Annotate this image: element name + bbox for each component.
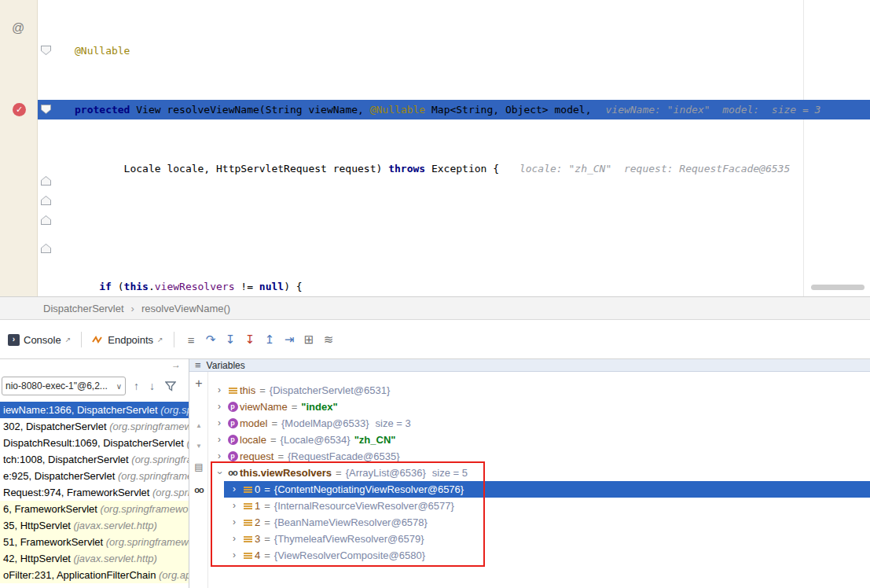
frame-down-icon[interactable]: ↓ [149,380,155,392]
chevron-right-icon[interactable]: › [213,382,226,399]
stack-frame-row[interactable]: 302, DispatcherServlet (org.springframew [0,418,189,435]
parameter-icon: p [226,435,240,445]
breadcrumb-item-method[interactable]: resolveViewName() [141,303,230,314]
menu-icon[interactable]: ≡ [182,333,201,347]
stack-frame-row[interactable]: Request:974, FrameworkServlet (org.sprin [0,484,189,501]
fold-end-marker-icon[interactable] [41,215,51,225]
frame-up-icon[interactable]: ↑ [134,380,139,392]
chevron-right-icon[interactable]: › [228,514,240,531]
mute-breakpoints-icon[interactable]: ≋ [319,333,339,347]
external-arrow-icon: ↗ [65,336,72,344]
variable-row[interactable]: ›1={InternalResourceViewResolver@6577} [208,498,870,514]
step-out-icon[interactable]: ↥ [260,333,280,347]
stack-frame-row[interactable]: oFilter:231, ApplicationFilterChain (org… [0,567,189,583]
breadcrumb-item-class[interactable]: DispatcherServlet [43,303,124,314]
variable-row[interactable]: ›3={ThymeleafViewResolver@6579} [208,531,870,547]
stack-frame-row[interactable]: DispatchResult:1069, DispatcherServlet (… [0,435,189,451]
add-watch-button[interactable]: + [189,377,208,391]
stack-frame-row[interactable]: 42, HttpServlet (javax.servlet.http) [0,550,189,567]
ide-debugger-window: @ ✓ @Nullable protected View resolveView… [0,0,870,588]
variable-row[interactable]: ›2={BeanNameViewResolver@6578} [208,514,870,531]
view-breakpoints-icon[interactable]: ⊞ [299,333,319,347]
variable-row[interactable]: ›4={ViewResolverComposite@6580} [208,547,870,564]
equals-sign: = [264,531,270,547]
thread-dropdown[interactable]: nio-8080-exec-1"@6,2... ∨ [2,377,126,395]
chevron-right-icon[interactable]: › [228,498,240,514]
variables-toolbar: + ▲ ▼ ▤ oo [189,372,208,588]
variable-value: {ModelMap@6533} [281,415,369,432]
parameter-icon: p [226,451,240,461]
fold-end-marker-icon[interactable] [41,244,51,253]
stack-frame-row[interactable]: 35, HttpServlet (javax.servlet.http) [0,517,189,534]
chevron-right-icon[interactable]: › [228,481,240,498]
run-to-cursor-icon[interactable]: ⇥ [280,333,299,347]
variables-panel-header[interactable]: ≡ Variables [189,358,870,372]
code-editor[interactable]: @ ✓ @Nullable protected View resolveView… [0,0,870,296]
stack-frame-row[interactable]: tch:1008, DispatcherServlet (org.springf… [0,451,189,468]
variable-value: {ThymeleafViewResolver@6579} [274,531,424,547]
chevron-right-icon[interactable]: › [213,399,226,415]
variable-size: size = 5 [432,465,468,481]
force-step-into-icon[interactable]: ↧ [240,333,260,347]
filter-icon[interactable] [165,381,176,391]
scroll-down-icon[interactable]: ▼ [189,443,208,450]
variable-row[interactable]: ›plocale={Locale@6534}"zh_CN" [208,432,870,448]
code-line: @Nullable [75,41,870,61]
chevron-right-icon[interactable]: › [213,448,226,465]
variable-row-selected[interactable]: ›0={ContentNegotiatingViewResolver@6576} [224,481,870,498]
breakpoint-icon[interactable]: ✓ [13,103,26,116]
variable-size: size = 3 [376,415,411,432]
watches-icon[interactable]: oo [189,485,208,494]
variables-menu-icon[interactable]: ≡ [195,359,201,371]
scroll-up-icon[interactable]: ▲ [189,422,208,429]
chevron-right-icon[interactable]: › [213,415,226,432]
watch-row[interactable]: ›oothis.viewResolvers={ArrayList@6536}si… [208,465,870,481]
fold-end-marker-icon[interactable] [41,196,51,205]
variable-value: {Locale@6534} [281,432,351,448]
chevron-right-icon[interactable]: › [228,531,240,547]
variable-value: {InternalResourceViewResolver@6577} [274,498,454,514]
stack-frame-row[interactable]: e:925, DispatcherServlet (org.springfram… [0,468,189,484]
frame-package: (javax.servlet.http) [74,520,157,531]
chevron-right-icon[interactable]: › [228,547,240,564]
code-token: Locale locale, HttpServletRequest reques… [124,163,389,175]
equals-sign: = [264,481,270,498]
variable-row[interactable]: ›this={DispatcherServlet@6531} [208,382,870,399]
stack-frame-row[interactable]: 51, FrameworkServlet (org.springframewo [0,534,189,550]
fold-marker-icon[interactable] [41,46,51,55]
chevron-right-icon[interactable]: › [213,432,226,448]
variable-row[interactable]: ›pviewName="index" [208,399,870,415]
frame-location: 51, FrameworkServlet [3,536,106,548]
frame-package: (org.sprin [152,487,189,498]
hide-panel-icon[interactable]: → [171,359,181,370]
step-over-icon[interactable]: ↷ [201,333,221,347]
stack-frame-row[interactable]: 6, FrameworkServlet (org.springframewo [0,501,189,517]
equals-sign: = [264,514,270,531]
variables-tree: ›this={DispatcherServlet@6531} ›pviewNam… [208,382,870,564]
parameter-icon: p [226,418,240,428]
chevron-expanded-icon[interactable]: › [211,467,228,480]
breadcrumb-separator: › [131,303,134,314]
frame-location: 6, FrameworkServlet [3,503,101,515]
frame-package: (org.springframew [109,421,189,432]
variable-row[interactable]: ›pmodel={ModelMap@6533}size = 3 [208,415,870,432]
code-token: . [149,281,155,292]
variable-name: 1 [255,498,260,514]
variable-row[interactable]: ›prequest={RequestFacade@6535} [208,448,870,465]
value-icon [226,387,240,395]
fold-marker-icon[interactable] [41,105,51,114]
panel-divider[interactable] [189,358,189,588]
code-text: @Nullable protected View resolveViewName… [75,2,870,296]
fold-end-marker-icon[interactable] [41,176,51,186]
stack-frame-row[interactable]: iewName:1366, DispatcherServlet (org.sp [0,402,189,418]
tab-console[interactable]: › Console ↗ [5,332,74,348]
frame-package: (org.ap [159,569,189,581]
keyword-token: if [99,281,112,292]
panes-icon[interactable]: ▤ [189,461,208,472]
debug-toolbar: › Console ↗ Endpoints ↗ ≡ ↷ ↧ ↧ ↥ ⇥ ⊞ ≋ [0,322,870,358]
variable-name: 0 [255,481,260,498]
frame-package: (javax.servlet.http) [74,553,157,564]
step-into-icon[interactable]: ↧ [221,333,240,347]
field-token: viewResolvers [155,281,235,292]
tab-endpoints[interactable]: Endpoints ↗ [89,332,166,348]
